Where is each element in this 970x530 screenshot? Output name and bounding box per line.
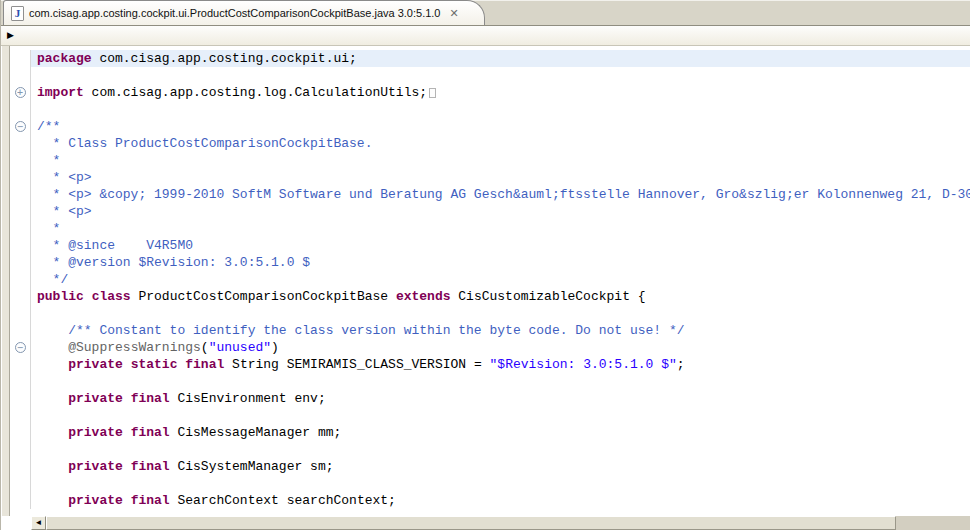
code-text[interactable] — [31, 67, 970, 84]
editor-tab-active[interactable]: J com.cisag.app.costing.cockpit.ui.Produ… — [3, 0, 485, 25]
eclipse-editor-window: J com.cisag.app.costing.cockpit.ui.Produ… — [0, 0, 970, 530]
fold-expand-icon[interactable]: + — [15, 87, 26, 98]
fold-gutter-cell: − — [10, 339, 31, 356]
code-text[interactable]: /** — [31, 118, 970, 135]
code-line: * <p> — [10, 169, 970, 186]
code-line: +import com.cisag.app.costing.log.Calcul… — [10, 84, 970, 101]
code-text[interactable]: /** Constant to identify the class versi… — [31, 322, 970, 339]
code-text[interactable] — [31, 373, 970, 390]
code-text[interactable] — [31, 407, 970, 424]
annotation-ruler — [1, 46, 10, 516]
code-line: */ — [10, 271, 970, 288]
code-line: −/** — [10, 118, 970, 135]
gutter-cell — [10, 424, 31, 441]
breadcrumb-expand-icon[interactable]: ▶ — [7, 31, 14, 40]
code-line — [10, 305, 970, 322]
code-editor: package com.cisag.app.costing.cockpit.ui… — [1, 46, 970, 516]
java-file-icon: J — [11, 6, 24, 21]
code-line: − @SuppressWarnings("unused") — [10, 339, 970, 356]
gutter-cell — [10, 50, 31, 67]
code-text[interactable]: private final CisSystemManager sm; — [31, 458, 970, 475]
editor-toolbar-row: ▶ — [1, 26, 970, 46]
code-text[interactable]: * @version $Revision: 3.0:5.1.0 $ — [31, 254, 970, 271]
code-text[interactable]: * — [31, 152, 970, 169]
scrollbar-corner-spacer — [1, 516, 31, 530]
code-lines: package com.cisag.app.costing.cockpit.ui… — [10, 46, 970, 516]
code-line — [10, 373, 970, 390]
code-text[interactable]: private final CisMessageManager mm; — [31, 424, 970, 441]
gutter-cell — [10, 152, 31, 169]
code-line — [10, 101, 970, 118]
code-text[interactable]: * @since V4R5M0 — [31, 237, 970, 254]
code-text[interactable]: * <p> &copy; 1999-2010 SoftM Software un… — [31, 186, 970, 203]
gutter-cell — [10, 186, 31, 203]
scroll-left-button[interactable]: ◄ — [31, 516, 46, 530]
gutter-cell — [10, 254, 31, 271]
gutter-cell — [10, 288, 31, 305]
code-text[interactable]: * <p> — [31, 169, 970, 186]
code-line: * Class ProductCostComparisonCockpitBase… — [10, 135, 970, 152]
code-line: public class ProductCostComparisonCockpi… — [10, 288, 970, 305]
code-text[interactable]: * <p> — [31, 203, 970, 220]
code-line: private final SearchContext searchContex… — [10, 492, 970, 509]
code-text[interactable]: package com.cisag.app.costing.cockpit.ui… — [31, 50, 970, 67]
gutter-cell — [10, 356, 31, 373]
gutter-cell — [10, 373, 31, 390]
gutter-cell — [10, 322, 31, 339]
scrollbar-thumb[interactable] — [46, 516, 896, 530]
gutter-cell — [10, 441, 31, 458]
gutter-cell — [10, 305, 31, 322]
code-line: * <p> &copy; 1999-2010 SoftM Software un… — [10, 186, 970, 203]
gutter-cell — [10, 492, 31, 509]
code-text[interactable]: public class ProductCostComparisonCockpi… — [31, 288, 970, 305]
code-text[interactable]: * — [31, 220, 970, 237]
code-line: private final CisEnvironment env; — [10, 390, 970, 407]
tab-close-icon[interactable]: ✕ — [450, 7, 458, 20]
gutter-cell — [10, 237, 31, 254]
code-line: * — [10, 220, 970, 237]
editor-tab-bar: J com.cisag.app.costing.cockpit.ui.Produ… — [1, 0, 970, 26]
gutter-cell — [10, 101, 31, 118]
code-line: private final CisSystemManager sm; — [10, 458, 970, 475]
gutter-cell — [10, 169, 31, 186]
code-text[interactable] — [31, 101, 970, 118]
code-line: * @since V4R5M0 — [10, 237, 970, 254]
code-text[interactable] — [31, 305, 970, 322]
code-text[interactable]: * Class ProductCostComparisonCockpitBase… — [31, 135, 970, 152]
code-line — [10, 67, 970, 84]
code-line: package com.cisag.app.costing.cockpit.ui… — [10, 50, 970, 67]
code-line: private final CisMessageManager mm; — [10, 424, 970, 441]
gutter-cell — [10, 475, 31, 492]
gutter-cell — [10, 407, 31, 424]
code-line: * <p> — [10, 203, 970, 220]
gutter-cell — [10, 220, 31, 237]
horizontal-scrollbar: ◄ — [1, 516, 970, 530]
fold-gutter-cell: + — [10, 84, 31, 101]
code-text[interactable]: @SuppressWarnings("unused") — [31, 339, 970, 356]
collapsed-region-icon[interactable] — [429, 88, 436, 98]
gutter-cell — [10, 135, 31, 152]
code-text[interactable]: private static final String SEMIRAMIS_CL… — [31, 356, 970, 373]
tab-title: com.cisag.app.costing.cockpit.ui.Product… — [29, 7, 441, 19]
gutter-cell — [10, 390, 31, 407]
gutter-cell — [10, 271, 31, 288]
scrollbar-track[interactable] — [46, 516, 970, 530]
code-text[interactable] — [31, 441, 970, 458]
code-text[interactable]: private final SearchContext searchContex… — [31, 492, 970, 509]
code-line — [10, 407, 970, 424]
code-text[interactable] — [31, 475, 970, 492]
code-text[interactable]: private final CisEnvironment env; — [31, 390, 970, 407]
fold-gutter-cell: − — [10, 118, 31, 135]
fold-collapse-icon[interactable]: − — [15, 121, 26, 132]
code-line — [10, 475, 970, 492]
code-line: /** Constant to identify the class versi… — [10, 322, 970, 339]
code-line: private static final String SEMIRAMIS_CL… — [10, 356, 970, 373]
gutter-cell — [10, 458, 31, 475]
fold-collapse-icon[interactable]: − — [15, 342, 26, 353]
code-text[interactable]: import com.cisag.app.costing.log.Calcula… — [31, 84, 970, 101]
code-line: * @version $Revision: 3.0:5.1.0 $ — [10, 254, 970, 271]
gutter-cell — [10, 67, 31, 84]
code-text[interactable]: */ — [31, 271, 970, 288]
gutter-cell — [10, 203, 31, 220]
code-line: * — [10, 152, 970, 169]
